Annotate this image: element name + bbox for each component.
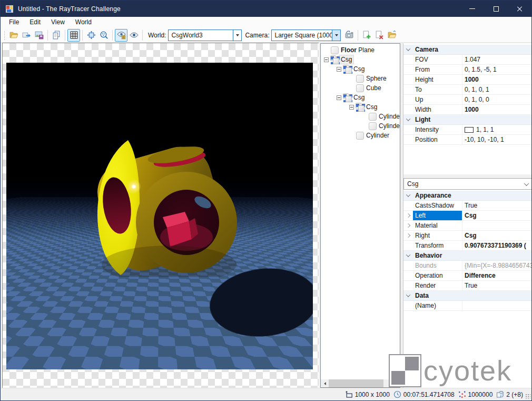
export-image-button[interactable] — [20, 29, 33, 42]
maximize-button[interactable] — [484, 1, 508, 17]
property-row-left[interactable]: Left Csg — [403, 211, 531, 221]
rendered-image — [6, 63, 313, 369]
render-camera-button[interactable] — [343, 29, 356, 42]
render-viewport[interactable] — [2, 43, 319, 388]
camera-combobox-value: Larger Square (1000x10 — [272, 32, 332, 39]
minimize-button[interactable] — [460, 1, 484, 17]
property-row-intensity[interactable]: Intensity 1, 1, 1 — [403, 125, 531, 135]
properties-panel: Camera FOV 1.047 From 0, 1.5, -5, 1 Heig… — [403, 43, 531, 388]
status-object-count: 2 (+8) — [496, 390, 523, 398]
property-row-transform[interactable]: Transform 0.907673371190369 ( — [403, 241, 531, 251]
export-image-icon — [22, 31, 31, 40]
category-appearance[interactable]: Appearance — [403, 191, 531, 201]
tree-node-csg[interactable]: Csg — [321, 55, 400, 64]
scrollbar-thumb[interactable] — [329, 379, 383, 387]
csg-object — [90, 139, 243, 277]
menu-file[interactable]: File — [4, 17, 24, 28]
color-swatch[interactable] — [465, 127, 474, 133]
tree-node-cylinder[interactable]: Cylinder — [321, 131, 400, 140]
open-world-button[interactable] — [7, 29, 20, 42]
camera-combobox[interactable]: Larger Square (1000x10 — [271, 30, 341, 41]
menu-view[interactable]: View — [46, 17, 70, 28]
toolbar-grip[interactable] — [3, 31, 6, 40]
tree-node-cylinder[interactable]: Cylinder — [321, 121, 400, 131]
object-property-grid: Appearance CastsShadow True Left Csg Mat… — [403, 191, 531, 311]
category-data[interactable]: Data — [403, 291, 531, 301]
world-label: World: — [148, 32, 166, 39]
world-combobox-value: CsgWorld3 — [169, 32, 233, 39]
property-row-castsshadow[interactable]: CastsShadow True — [403, 201, 531, 211]
close-button[interactable] — [508, 1, 531, 17]
status-image-size: 1000 x 1000 — [345, 390, 390, 398]
world-combobox-dropdown[interactable] — [233, 30, 241, 41]
tree-node-sphere[interactable]: Sphere — [321, 74, 400, 83]
status-bar: 1000 x 1000 00:07:51.4714708 1000000 2 (… — [1, 388, 531, 400]
maximize-icon — [494, 6, 499, 12]
category-camera[interactable]: Camera — [403, 45, 531, 55]
tree-node-csg[interactable]: Csg — [321, 93, 400, 102]
property-row-position[interactable]: Position -10, 10, -10, 1 — [403, 135, 531, 145]
save-image-icon — [35, 31, 44, 40]
preview-button[interactable] — [127, 29, 140, 42]
app-window: Untitled - The RayTracer Challenge File … — [0, 0, 532, 401]
object-selector[interactable]: Csg — [403, 178, 531, 190]
toolbar-separator — [47, 30, 48, 41]
actual-size-icon — [87, 31, 96, 40]
camera-label: Camera: — [245, 32, 269, 39]
tree-node-cube[interactable]: Cube — [321, 83, 400, 93]
chevron-left-icon — [324, 382, 326, 385]
tree-horizontal-scrollbar[interactable] — [321, 379, 400, 387]
scene-tree-panel: Floor Plane Csg Csg Sphere — [320, 43, 400, 388]
collapse-icon — [349, 105, 354, 110]
actual-size-button[interactable] — [85, 29, 97, 42]
property-row-up[interactable]: Up 0, 1, 0, 0 — [403, 95, 531, 105]
property-row-to[interactable]: To 0, 1, 0, 1 — [403, 85, 531, 95]
collapse-icon — [337, 67, 341, 72]
browse-camera-button[interactable] — [386, 29, 398, 42]
close-icon — [517, 6, 523, 12]
scroll-left-button[interactable] — [321, 379, 329, 387]
property-row-height[interactable]: Height 1000 — [403, 75, 531, 85]
chevron-right-icon — [406, 213, 410, 218]
resize-grip[interactable] — [525, 394, 530, 399]
clock-icon — [393, 390, 401, 398]
camera-property-grid: Camera FOV 1.047 From 0, 1.5, -5, 1 Heig… — [403, 45, 531, 145]
property-row-material[interactable]: Material — [403, 221, 531, 231]
tree-node-csg[interactable]: Csg — [321, 102, 400, 112]
toolbar-separator — [142, 30, 143, 41]
property-row-operation[interactable]: Operation Difference — [403, 271, 531, 281]
property-row-render[interactable]: Render True — [403, 281, 531, 291]
toolbar-separator — [358, 30, 358, 41]
world-combobox[interactable]: CsgWorld3 — [168, 30, 242, 41]
chevron-down-icon — [524, 181, 529, 186]
property-row-name[interactable]: (Name) — [403, 301, 531, 311]
property-row-fov[interactable]: FOV 1.047 — [403, 55, 531, 65]
add-camera-button[interactable] — [360, 29, 373, 42]
menu-edit[interactable]: Edit — [24, 17, 46, 28]
zoom-button[interactable] — [97, 29, 110, 42]
property-row-width[interactable]: Width 1000 — [403, 105, 531, 115]
remove-camera-button[interactable] — [373, 29, 386, 42]
grid-toggle-button[interactable] — [67, 29, 80, 42]
chevron-down-icon — [406, 46, 410, 51]
menu-world[interactable]: World — [70, 17, 97, 28]
tree-node-csg[interactable]: Csg — [321, 64, 400, 74]
tree-node-cylinder[interactable]: Cylinder — [321, 112, 400, 121]
category-light[interactable]: Light — [403, 115, 531, 125]
show-scene-button[interactable] — [115, 29, 127, 42]
copy-image-button[interactable] — [50, 29, 63, 42]
panel-splitter[interactable] — [403, 174, 531, 178]
property-row-from[interactable]: From 0, 1.5, -5, 1 — [403, 65, 531, 75]
save-image-button[interactable] — [33, 29, 45, 42]
camera-combobox-dropdown[interactable] — [332, 30, 340, 41]
csg-icon — [342, 65, 352, 73]
category-behavior[interactable]: Behavior — [403, 251, 531, 261]
shape-icon — [355, 74, 364, 83]
shape-icon — [330, 46, 339, 54]
scroll-right-button[interactable] — [392, 379, 400, 387]
property-row-bounds[interactable]: Bounds {Min={X=-8.9884656743 — [403, 261, 531, 271]
tree-node-floor-plane[interactable]: Floor Plane — [321, 45, 400, 55]
property-row-right[interactable]: Right Csg — [403, 231, 531, 241]
show-scene-icon — [117, 31, 126, 40]
copy-image-icon — [52, 31, 61, 40]
